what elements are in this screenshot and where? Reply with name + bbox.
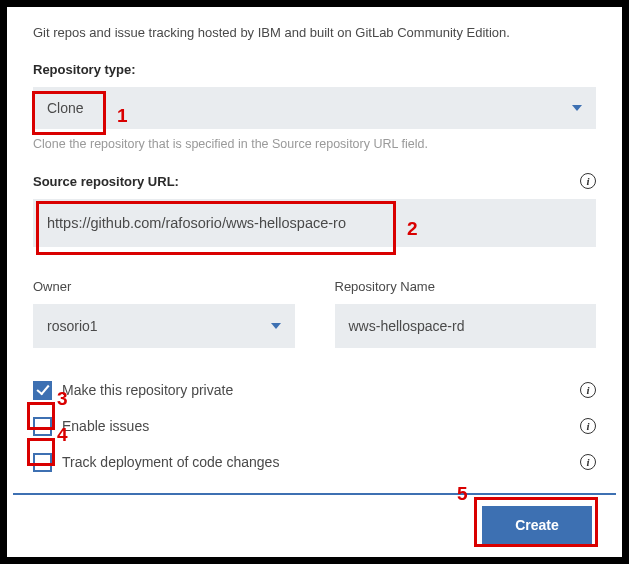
caret-down-icon (271, 323, 281, 329)
checkbox-issues[interactable] (33, 417, 52, 436)
repo-type-value: Clone (47, 100, 84, 116)
info-icon[interactable]: i (580, 454, 596, 470)
repo-type-label: Repository type: (33, 62, 596, 77)
repo-type-helper: Clone the repository that is specified i… (33, 137, 596, 151)
info-icon[interactable]: i (580, 173, 596, 189)
checkbox-track-row: Track deployment of code changes i (33, 450, 596, 474)
divider (13, 493, 616, 495)
caret-down-icon (572, 105, 582, 111)
checkbox-private-label: Make this repository private (62, 382, 233, 398)
checkbox-track-label: Track deployment of code changes (62, 454, 279, 470)
owner-label: Owner (33, 279, 295, 294)
owner-select[interactable]: rosorio1 (33, 304, 295, 348)
checkbox-issues-row: Enable issues i (33, 414, 596, 438)
panel-description: Git repos and issue tracking hosted by I… (33, 25, 596, 40)
create-button-label: Create (515, 517, 559, 533)
checkbox-track[interactable] (33, 453, 52, 472)
reponame-input[interactable]: wws-hellospace-rd (335, 304, 597, 348)
checkbox-issues-label: Enable issues (62, 418, 149, 434)
checkbox-private-row: Make this repository private i (33, 378, 596, 402)
create-button[interactable]: Create (482, 506, 592, 544)
checkbox-private[interactable] (33, 381, 52, 400)
reponame-value: wws-hellospace-rd (349, 318, 465, 334)
reponame-label: Repository Name (335, 279, 597, 294)
info-icon[interactable]: i (580, 418, 596, 434)
repo-type-select[interactable]: Clone (33, 87, 596, 129)
source-url-input[interactable]: https://github.com/rafosorio/wws-hellosp… (33, 199, 596, 247)
source-url-value: https://github.com/rafosorio/wws-hellosp… (47, 215, 346, 231)
source-url-label: Source repository URL: (33, 174, 179, 189)
config-panel: Git repos and issue tracking hosted by I… (7, 7, 622, 557)
owner-value: rosorio1 (47, 318, 98, 334)
info-icon[interactable]: i (580, 382, 596, 398)
